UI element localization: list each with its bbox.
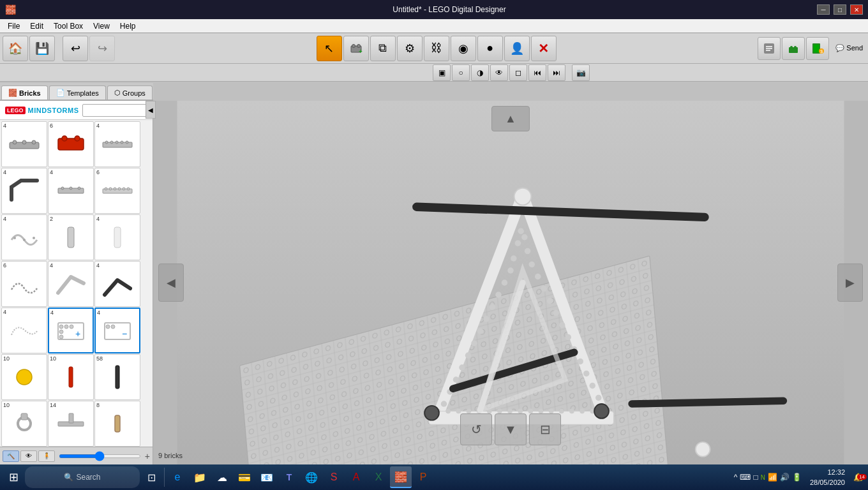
menu-view[interactable]: View	[88, 20, 115, 32]
close-button[interactable]: ✕	[850, 4, 863, 15]
outlook-button[interactable]: 📧	[256, 466, 278, 488]
svg-point-83	[502, 279, 508, 286]
build-guide-button[interactable]	[758, 37, 781, 60]
main-toolbar: 🏠 💾 ↩ ↪ ↖ + ⧉ ⚙ ⛓ ◉ ● 👤 ✕ $ 💬 Send	[0, 33, 868, 64]
select-all-button[interactable]: ▣	[433, 64, 451, 81]
acrobat-button[interactable]: A	[345, 466, 367, 488]
show-all-button[interactable]: ◻	[509, 64, 527, 81]
build-mode-button[interactable]: 🔨	[3, 450, 19, 462]
part-item[interactable]: 6	[1, 261, 47, 307]
panel-collapse-button[interactable]: ◀	[146, 101, 156, 119]
nav-right-button[interactable]: ▶	[837, 264, 863, 302]
part-item[interactable]: 4	[94, 121, 140, 167]
step-forward-button[interactable]: ⏭	[548, 64, 565, 81]
paint-button[interactable]: ◉	[451, 36, 476, 61]
chrome-button[interactable]: 🌐	[301, 466, 322, 488]
part-item[interactable]: 4	[1, 308, 47, 353]
part-item[interactable]: 4 +	[48, 308, 94, 353]
onedrive-button[interactable]: ☁	[211, 466, 233, 488]
part-item[interactable]: 6	[48, 121, 94, 167]
part-item[interactable]: 4	[1, 168, 47, 214]
tray-gpu[interactable]: N	[761, 474, 765, 481]
clock-display[interactable]: 12:32 28/05/2020	[805, 467, 850, 488]
buy-button[interactable]: $	[806, 37, 829, 60]
send-button[interactable]: 💬 Send	[833, 44, 865, 52]
tray-chevron[interactable]: ^	[734, 473, 738, 482]
camera-button[interactable]: 📷	[572, 64, 590, 81]
view-mode-button[interactable]: 👁	[20, 450, 37, 462]
maximize-button[interactable]: □	[834, 4, 846, 15]
nav-left-button[interactable]: ◀	[158, 264, 184, 302]
redo-button[interactable]: ↪	[89, 36, 115, 61]
window-controls[interactable]: ─ □ ✕	[817, 4, 863, 15]
part-item[interactable]: 4	[1, 214, 47, 260]
explorer-button[interactable]: 📁	[189, 466, 211, 488]
clone-button[interactable]: ⧉	[370, 36, 396, 61]
hinge-button[interactable]: ⚙	[397, 36, 423, 61]
part-item[interactable]: 10	[48, 354, 94, 400]
zoom-fit-button[interactable]: ▼	[495, 413, 527, 445]
delete-button[interactable]: ✕	[531, 36, 557, 61]
hide-button[interactable]: 👁	[490, 64, 508, 81]
minifig-button[interactable]: 👤	[504, 36, 530, 61]
part-item[interactable]: 2	[48, 214, 94, 260]
view3d-button[interactable]: ●	[477, 36, 503, 61]
home-button[interactable]: 🏠	[3, 36, 28, 61]
tab-bricks[interactable]: 🧱 Bricks	[1, 85, 48, 100]
tray-network[interactable]: 📶	[768, 473, 777, 482]
invert-select-button[interactable]: ◑	[471, 64, 489, 81]
part-item[interactable]: 58	[94, 354, 140, 400]
minifig-mode-button[interactable]: 🧍	[38, 450, 55, 462]
deselect-button[interactable]: ○	[452, 64, 470, 81]
ldd-button[interactable]: 🧱	[390, 466, 412, 488]
step-back-button[interactable]: ⏮	[528, 64, 546, 81]
powerpoint-button[interactable]: P	[412, 466, 434, 488]
part-item[interactable]: 4 −	[94, 308, 140, 353]
tray-sound[interactable]: 🔊	[780, 473, 789, 482]
groups-tab-icon: ⬡	[114, 89, 121, 97]
svg-point-126	[594, 404, 609, 419]
zoom-slider[interactable]	[59, 454, 141, 458]
notification-button[interactable]: 🔔 14	[851, 473, 865, 482]
excel-button[interactable]: X	[368, 466, 389, 488]
save-button[interactable]: 💾	[29, 36, 55, 61]
part-item[interactable]: 4	[48, 168, 94, 214]
part-item[interactable]: 4	[94, 214, 140, 260]
tab-templates[interactable]: 📄 Templates	[49, 85, 106, 100]
select-tool-button[interactable]: ↖	[317, 36, 342, 61]
part-item[interactable]: 6	[94, 168, 140, 214]
search-input[interactable]	[82, 104, 153, 117]
pick-bricks-button[interactable]	[782, 37, 805, 60]
tray-keyboard[interactable]: ⌨	[740, 473, 751, 482]
menu-file[interactable]: File	[3, 20, 25, 32]
undo-button[interactable]: ↩	[63, 36, 88, 61]
part-item[interactable]: 10	[1, 354, 47, 400]
search-button[interactable]: 🔍 Search	[25, 466, 140, 488]
part-item[interactable]: 14	[48, 401, 94, 447]
flex-button[interactable]: ⛓	[424, 36, 449, 61]
nav-up-button[interactable]: ▲	[491, 106, 530, 131]
flat-view-button[interactable]: ⊟	[529, 413, 561, 445]
edge-button[interactable]: e	[167, 466, 188, 488]
tray-device[interactable]: □	[753, 473, 758, 482]
rotate-left-button[interactable]: ↺	[460, 413, 492, 445]
task-view-button[interactable]: ⊡	[140, 466, 162, 488]
wallet-button[interactable]: 💳	[234, 466, 255, 488]
teams-button[interactable]: T	[278, 466, 300, 488]
minimize-button[interactable]: ─	[817, 4, 830, 15]
menu-help[interactable]: Help	[115, 20, 141, 32]
tab-groups[interactable]: ⬡ Groups	[107, 85, 153, 100]
start-button[interactable]: ⊞	[3, 466, 24, 488]
part-item[interactable]: 8	[94, 401, 140, 447]
add-brick-button[interactable]: +	[343, 36, 369, 61]
part-item[interactable]: 4	[94, 261, 140, 307]
part-item[interactable]: 10	[1, 401, 47, 447]
menu-edit[interactable]: Edit	[25, 20, 49, 32]
app-s-button[interactable]: S	[323, 466, 345, 488]
menu-toolbox[interactable]: Tool Box	[49, 20, 88, 32]
canvas-area[interactable]: ▲ ◀ ▶ ↺ ▼ ⊟ 9 bricks	[153, 101, 868, 464]
svg-point-91	[583, 371, 590, 377]
part-item[interactable]: 4	[1, 121, 47, 167]
part-item[interactable]: 4	[48, 261, 94, 307]
tray-battery[interactable]: 🔋	[792, 473, 802, 482]
